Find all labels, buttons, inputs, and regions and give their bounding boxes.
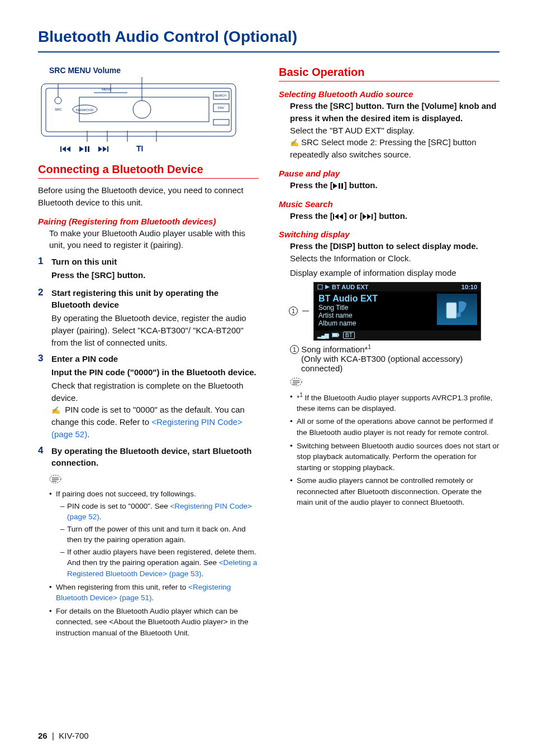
connecting-heading: Connecting a Bluetooth Device [38,163,259,179]
prev-track-icon [333,213,344,220]
step-2: 2 Start registering this unit by operati… [38,287,259,349]
left-notes: If pairing does not succeed, try followi… [49,489,259,638]
svg-point-52 [291,378,302,386]
basic-operation-heading: Basic Operation [279,66,499,82]
device-illustration: SRC MENU SEARCH FAV [38,76,239,143]
svg-rect-26 [85,146,87,152]
album-art-icon [437,294,477,325]
display-caption: Display example of information display m… [290,268,499,277]
display-line-1: BT Audio EXT [318,294,432,304]
device-illustration-block: SRC MENU Volume SRC MENU SEARCH [38,66,259,153]
svg-marker-39 [335,214,339,219]
svg-marker-29 [103,146,107,152]
note-delete-registered: If other audio players have been registe… [60,547,259,580]
svg-rect-27 [88,146,89,152]
display-line-4: Album name [318,319,432,327]
display-header-clock: 10:10 [461,284,477,290]
display-screen: BT AUD EXT 10:10 BT Audio EXT Song Title… [313,282,481,341]
notes-icon [290,377,499,389]
svg-rect-45 [318,285,322,289]
pause-play-body: Press the [] button. [290,179,499,192]
step-3-title: Enter a PIN code [51,353,259,365]
svg-marker-40 [339,214,343,219]
right-column: Basic Operation Selecting Bluetooth Audi… [279,66,499,640]
step-2-title: Start registering this unit by operating… [51,287,259,312]
note-pairing-fail: If pairing does not succeed, try followi… [56,490,196,498]
svg-text:SEARCH: SEARCH [215,94,226,97]
device-top-labels: SRC MENU Volume [49,66,121,75]
svg-marker-41 [363,214,367,219]
step-2-body: By operating the Bluetooth device, regis… [51,313,246,347]
play-pause-icon [333,183,344,189]
page-footer: 26 | KIV-700 [38,731,89,740]
pairing-subheading: Pairing (Registering from Bluetooth devi… [38,217,259,226]
left-column: SRC MENU Volume SRC MENU SEARCH [38,66,259,640]
pairing-text: To make your Bluetooth Audio player usab… [49,227,259,252]
select-source-sub: Selecting Bluetooth Audio source [279,89,499,99]
svg-rect-36 [339,183,340,189]
svg-rect-47 [446,303,456,318]
svg-rect-43 [372,214,373,219]
note-remote: Some audio players cannot be controlled … [290,475,499,508]
display-line-3: Artist name [318,312,432,319]
step-3-note: PIN code is set to "0000" as the default… [51,404,259,440]
switching-display-bold: Press the [DISP] button to select displa… [290,240,499,252]
svg-text:FAV: FAV [218,106,224,109]
svg-marker-25 [79,146,84,152]
note-not-ready: All or some of the operations above cann… [290,416,499,438]
play-indicator-icon [325,285,330,289]
bt-badge: BT [343,332,355,339]
svg-marker-28 [98,146,102,152]
callout-line-icon [302,309,309,313]
svg-rect-30 [107,146,108,152]
notes-icon [49,475,259,486]
svg-point-5 [133,101,151,118]
page-title: Bluetooth Audio Control (Optional) [38,28,499,52]
svg-rect-51 [332,333,337,337]
signal-icon: ▂▄▆ [317,332,329,338]
svg-text:MENU: MENU [102,88,112,91]
step-4-title: By operating the Bluetooth device, start… [51,445,259,470]
right-notes: *1 If the Bluetooth Audio player support… [290,391,499,508]
step-3-body: Check that registration is complete on t… [51,381,244,403]
svg-point-2 [55,97,61,104]
step-1-body: Press the [SRC] button. [51,269,259,281]
select-source-note: SRC Select mode 2: Pressing the [SRC] bu… [290,136,499,161]
note-avrcp: *1 If the Bluetooth Audio player support… [290,391,499,414]
page-number: 26 [38,731,47,740]
next-track-icon [363,213,374,220]
svg-marker-42 [367,214,371,219]
callout-1: 1 [289,307,298,315]
note-switching: Switching between Bluetooth audio source… [290,441,499,473]
svg-marker-23 [62,146,66,152]
select-source-body: Select the "BT AUD EXT" display. [290,125,499,137]
note-about-player: For details on the Bluetooth Audio playe… [49,606,259,639]
step-3: 3 Enter a PIN code Input the PIN code ("… [38,353,259,440]
source-icon [317,284,323,290]
svg-text:KENWOOD: KENWOOD [76,108,94,112]
music-search-sub: Music Search [279,199,499,209]
svg-marker-46 [325,285,330,289]
note-register-from-unit: When registering from this unit, refer t… [49,582,259,604]
play-pause-icon [79,144,91,153]
connecting-intro: Before using the Bluetooth device, you n… [38,184,259,209]
svg-marker-24 [66,146,70,152]
pause-play-sub: Pause and play [279,169,499,178]
music-search-body: Press the [] or [] button. [290,210,499,222]
select-source-bold: Press the [SRC] button. Turn the [Volume… [290,100,499,125]
svg-rect-38 [333,214,334,219]
next-track-icon [98,144,110,153]
svg-marker-35 [333,183,337,189]
footnote-1: 1 Song information*1 (Only with KCA-BT30… [290,344,499,373]
svg-text:SRC: SRC [55,108,62,111]
note-power-cycle: Turn off the power of this unit and turn… [60,524,259,546]
display-header-left: BT AUD EXT [332,284,369,290]
display-example: 1 BT AUD EXT 10:10 BT Audio EXT Song Tit… [289,282,499,341]
model-name: KIV-700 [59,731,88,740]
svg-rect-37 [341,183,343,189]
step-1: 1 Turn on this unit Press the [SRC] butt… [38,256,259,283]
device-bottom-labels: TI [60,144,143,153]
svg-rect-12 [213,119,229,125]
switching-display-sub: Switching display [279,229,499,239]
prev-track-icon [60,144,72,153]
